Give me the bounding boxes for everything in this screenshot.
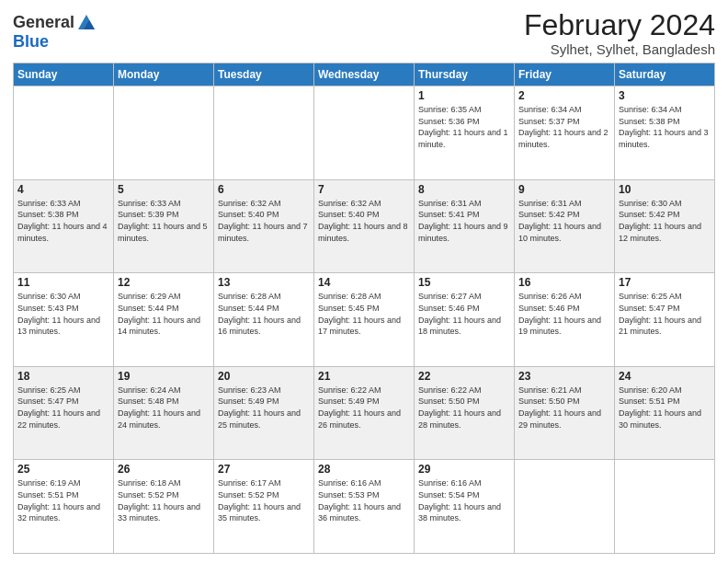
col-saturday: Saturday — [615, 63, 715, 86]
day-info: Sunrise: 6:19 AM Sunset: 5:51 PM Dayligh… — [17, 477, 109, 523]
day-number: 13 — [218, 276, 310, 289]
table-cell: 23Sunrise: 6:21 AM Sunset: 5:50 PM Dayli… — [515, 366, 615, 460]
table-cell: 13Sunrise: 6:28 AM Sunset: 5:44 PM Dayli… — [214, 273, 314, 367]
table-cell: 27Sunrise: 6:17 AM Sunset: 5:52 PM Dayli… — [214, 460, 314, 554]
day-number: 17 — [619, 276, 711, 289]
day-info: Sunrise: 6:23 AM Sunset: 5:49 PM Dayligh… — [218, 385, 310, 431]
table-cell: 1Sunrise: 6:35 AM Sunset: 5:36 PM Daylig… — [415, 86, 515, 180]
day-number: 5 — [118, 183, 210, 196]
day-info: Sunrise: 6:27 AM Sunset: 5:46 PM Dayligh… — [418, 291, 510, 337]
day-number: 27 — [218, 463, 310, 476]
calendar-row: 4Sunrise: 6:33 AM Sunset: 5:38 PM Daylig… — [14, 179, 715, 273]
table-cell: 9Sunrise: 6:31 AM Sunset: 5:42 PM Daylig… — [515, 179, 615, 273]
day-number: 23 — [518, 370, 610, 383]
day-number: 29 — [418, 463, 510, 476]
main-title: February 2024 — [524, 9, 715, 41]
calendar-row: 25Sunrise: 6:19 AM Sunset: 5:51 PM Dayli… — [14, 460, 715, 554]
day-info: Sunrise: 6:28 AM Sunset: 5:44 PM Dayligh… — [218, 291, 310, 337]
table-cell: 17Sunrise: 6:25 AM Sunset: 5:47 PM Dayli… — [615, 273, 715, 367]
day-number: 8 — [418, 183, 510, 196]
day-info: Sunrise: 6:30 AM Sunset: 5:42 PM Dayligh… — [619, 198, 711, 244]
table-cell: 10Sunrise: 6:30 AM Sunset: 5:42 PM Dayli… — [615, 179, 715, 273]
table-cell — [214, 86, 314, 180]
day-info: Sunrise: 6:32 AM Sunset: 5:40 PM Dayligh… — [318, 198, 410, 244]
day-number: 22 — [418, 370, 510, 383]
day-info: Sunrise: 6:16 AM Sunset: 5:54 PM Dayligh… — [418, 477, 510, 523]
table-cell: 14Sunrise: 6:28 AM Sunset: 5:45 PM Dayli… — [314, 273, 415, 367]
col-wednesday: Wednesday — [314, 63, 415, 86]
day-number: 24 — [619, 370, 711, 383]
day-info: Sunrise: 6:28 AM Sunset: 5:45 PM Dayligh… — [318, 291, 410, 337]
day-number: 15 — [418, 276, 510, 289]
table-cell: 7Sunrise: 6:32 AM Sunset: 5:40 PM Daylig… — [314, 179, 415, 273]
subtitle: Sylhet, Sylhet, Bangladesh — [524, 41, 715, 57]
day-number: 10 — [619, 183, 711, 196]
day-info: Sunrise: 6:16 AM Sunset: 5:53 PM Dayligh… — [318, 477, 410, 523]
day-number: 6 — [218, 183, 310, 196]
table-cell: 15Sunrise: 6:27 AM Sunset: 5:46 PM Dayli… — [415, 273, 515, 367]
table-cell: 26Sunrise: 6:18 AM Sunset: 5:52 PM Dayli… — [114, 460, 214, 554]
day-info: Sunrise: 6:31 AM Sunset: 5:41 PM Dayligh… — [418, 198, 510, 244]
calendar-row: 11Sunrise: 6:30 AM Sunset: 5:43 PM Dayli… — [14, 273, 715, 367]
col-sunday: Sunday — [14, 63, 114, 86]
header-row: Sunday Monday Tuesday Wednesday Thursday… — [14, 63, 715, 86]
day-info: Sunrise: 6:30 AM Sunset: 5:43 PM Dayligh… — [17, 291, 109, 337]
table-cell: 3Sunrise: 6:34 AM Sunset: 5:38 PM Daylig… — [615, 86, 715, 180]
day-info: Sunrise: 6:25 AM Sunset: 5:47 PM Dayligh… — [619, 291, 711, 337]
day-number: 20 — [218, 370, 310, 383]
day-number: 19 — [118, 370, 210, 383]
logo-blue-text: Blue — [13, 32, 49, 51]
day-info: Sunrise: 6:29 AM Sunset: 5:44 PM Dayligh… — [118, 291, 210, 337]
table-cell — [515, 460, 615, 554]
day-info: Sunrise: 6:33 AM Sunset: 5:39 PM Dayligh… — [118, 198, 210, 244]
table-cell: 25Sunrise: 6:19 AM Sunset: 5:51 PM Dayli… — [14, 460, 114, 554]
day-number: 25 — [17, 463, 109, 476]
table-cell — [114, 86, 214, 180]
table-cell: 2Sunrise: 6:34 AM Sunset: 5:37 PM Daylig… — [515, 86, 615, 180]
day-number: 11 — [17, 276, 109, 289]
day-number: 3 — [619, 89, 711, 102]
day-number: 16 — [518, 276, 610, 289]
day-info: Sunrise: 6:35 AM Sunset: 5:36 PM Dayligh… — [418, 104, 510, 150]
day-number: 21 — [318, 370, 410, 383]
day-number: 18 — [17, 370, 109, 383]
table-cell: 8Sunrise: 6:31 AM Sunset: 5:41 PM Daylig… — [415, 179, 515, 273]
table-cell: 21Sunrise: 6:22 AM Sunset: 5:49 PM Dayli… — [314, 366, 415, 460]
table-cell — [14, 86, 114, 180]
table-cell: 19Sunrise: 6:24 AM Sunset: 5:48 PM Dayli… — [114, 366, 214, 460]
table-cell: 12Sunrise: 6:29 AM Sunset: 5:44 PM Dayli… — [114, 273, 214, 367]
page: General Blue February 2024 Sylhet, Sylhe… — [0, 0, 728, 563]
logo-icon — [76, 13, 97, 33]
table-cell — [615, 460, 715, 554]
day-number: 2 — [518, 89, 610, 102]
col-tuesday: Tuesday — [214, 63, 314, 86]
day-info: Sunrise: 6:32 AM Sunset: 5:40 PM Dayligh… — [218, 198, 310, 244]
logo: General Blue — [13, 13, 97, 52]
day-number: 28 — [318, 463, 410, 476]
table-cell: 6Sunrise: 6:32 AM Sunset: 5:40 PM Daylig… — [214, 179, 314, 273]
day-number: 12 — [118, 276, 210, 289]
table-cell: 5Sunrise: 6:33 AM Sunset: 5:39 PM Daylig… — [114, 179, 214, 273]
table-cell: 11Sunrise: 6:30 AM Sunset: 5:43 PM Dayli… — [14, 273, 114, 367]
day-info: Sunrise: 6:24 AM Sunset: 5:48 PM Dayligh… — [118, 385, 210, 431]
day-info: Sunrise: 6:26 AM Sunset: 5:46 PM Dayligh… — [518, 291, 610, 337]
header: General Blue February 2024 Sylhet, Sylhe… — [13, 9, 715, 57]
day-number: 7 — [318, 183, 410, 196]
col-thursday: Thursday — [415, 63, 515, 86]
table-cell: 4Sunrise: 6:33 AM Sunset: 5:38 PM Daylig… — [14, 179, 114, 273]
day-info: Sunrise: 6:18 AM Sunset: 5:52 PM Dayligh… — [118, 477, 210, 523]
calendar-table: Sunday Monday Tuesday Wednesday Thursday… — [13, 63, 715, 554]
table-cell: 24Sunrise: 6:20 AM Sunset: 5:51 PM Dayli… — [615, 366, 715, 460]
day-info: Sunrise: 6:33 AM Sunset: 5:38 PM Dayligh… — [17, 198, 109, 244]
table-cell: 16Sunrise: 6:26 AM Sunset: 5:46 PM Dayli… — [515, 273, 615, 367]
day-number: 14 — [318, 276, 410, 289]
day-info: Sunrise: 6:21 AM Sunset: 5:50 PM Dayligh… — [518, 385, 610, 431]
title-block: February 2024 Sylhet, Sylhet, Bangladesh — [524, 9, 715, 57]
table-cell — [314, 86, 415, 180]
day-number: 4 — [17, 183, 109, 196]
day-info: Sunrise: 6:34 AM Sunset: 5:37 PM Dayligh… — [518, 104, 610, 150]
col-monday: Monday — [114, 63, 214, 86]
day-info: Sunrise: 6:34 AM Sunset: 5:38 PM Dayligh… — [619, 104, 711, 150]
col-friday: Friday — [515, 63, 615, 86]
calendar-row: 18Sunrise: 6:25 AM Sunset: 5:47 PM Dayli… — [14, 366, 715, 460]
